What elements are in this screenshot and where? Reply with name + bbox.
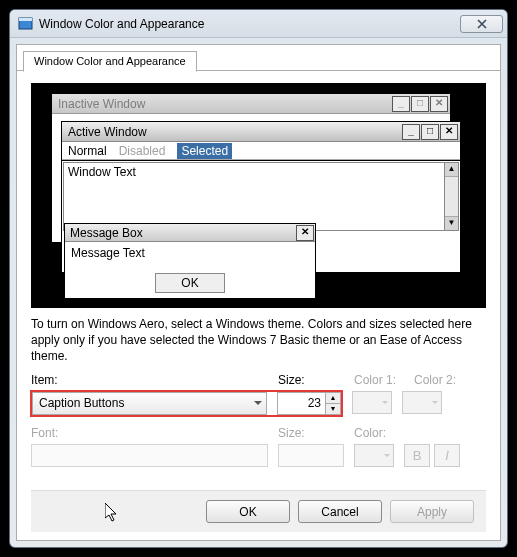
tab-body: Inactive Window _ □ ✕ Active Window _: [17, 71, 500, 540]
menu-selected[interactable]: Selected: [177, 143, 232, 159]
scroll-down-icon[interactable]: ▼: [445, 216, 458, 230]
msgbox-ok-button[interactable]: OK: [155, 273, 225, 293]
titlebar[interactable]: Window Color and Appearance: [10, 10, 507, 38]
tab-window-color[interactable]: Window Color and Appearance: [23, 51, 197, 72]
preview-message-box[interactable]: Message Box ✕ Message Text OK: [64, 223, 316, 299]
spin-down-icon[interactable]: ▼: [326, 404, 340, 414]
italic-button: I: [434, 444, 460, 467]
description-text: To turn on Windows Aero, select a Window…: [31, 316, 486, 365]
minimize-icon[interactable]: _: [392, 96, 410, 112]
font-combo: [31, 444, 268, 467]
dropdown-icon: [384, 454, 390, 457]
window-text[interactable]: Window Text: [63, 162, 444, 231]
client-area: Window Color and Appearance Inactive Win…: [16, 44, 501, 541]
dropdown-icon: [254, 401, 262, 405]
preview-area: Inactive Window _ □ ✕ Active Window _: [31, 83, 486, 308]
close-button[interactable]: [460, 15, 503, 33]
font-label: Font:: [31, 426, 268, 440]
color2-button: [402, 391, 442, 414]
window-title: Window Color and Appearance: [39, 17, 460, 31]
ok-button[interactable]: OK: [206, 500, 290, 523]
svg-rect-1: [19, 18, 32, 21]
item-label: Item:: [31, 373, 268, 387]
tab-strip: Window Color and Appearance: [17, 45, 500, 71]
cancel-button[interactable]: Cancel: [298, 500, 382, 523]
apply-button: Apply: [390, 500, 474, 523]
maximize-icon[interactable]: □: [411, 96, 429, 112]
size-label: Size:: [278, 373, 344, 387]
close-icon[interactable]: ✕: [296, 225, 314, 241]
app-icon: [18, 16, 34, 32]
font-size-label: Size:: [278, 426, 344, 440]
size-spinner[interactable]: ▲ ▼: [277, 392, 341, 415]
close-icon: [476, 19, 488, 29]
dropdown-icon: [382, 401, 388, 404]
msgbox-text: Message Text: [65, 242, 315, 264]
minimize-icon[interactable]: _: [402, 124, 420, 140]
scrollbar[interactable]: ▲ ▼: [444, 162, 459, 231]
menu-normal[interactable]: Normal: [68, 144, 107, 158]
item-value: Caption Buttons: [39, 396, 124, 410]
color2-label: Color 2:: [414, 373, 464, 387]
close-icon[interactable]: ✕: [440, 124, 458, 140]
highlighted-controls: Caption Buttons ▲ ▼: [31, 391, 342, 416]
item-combo[interactable]: Caption Buttons: [32, 392, 267, 415]
font-size-combo: [278, 444, 344, 467]
font-color-label: Color:: [354, 426, 404, 440]
preview-menubar: Normal Disabled Selected: [62, 142, 460, 160]
color1-button: [352, 391, 392, 414]
msgbox-caption: Message Box: [70, 226, 143, 240]
inactive-window-caption: Inactive Window: [58, 97, 145, 111]
dialog-window: Window Color and Appearance Window Color…: [9, 9, 508, 548]
preview-textarea: Window Text ▲ ▼: [62, 160, 460, 232]
color1-label: Color 1:: [354, 373, 404, 387]
active-window-caption: Active Window: [68, 125, 147, 139]
spin-up-icon[interactable]: ▲: [326, 393, 340, 404]
menu-disabled: Disabled: [119, 144, 166, 158]
maximize-icon[interactable]: □: [421, 124, 439, 140]
scroll-up-icon[interactable]: ▲: [445, 163, 458, 177]
close-icon[interactable]: ✕: [430, 96, 448, 112]
size-input[interactable]: [277, 392, 325, 415]
dialog-buttons: OK Cancel Apply: [31, 490, 486, 532]
bold-button: B: [404, 444, 430, 467]
font-color-button: [354, 444, 394, 467]
dropdown-icon: [432, 401, 438, 404]
